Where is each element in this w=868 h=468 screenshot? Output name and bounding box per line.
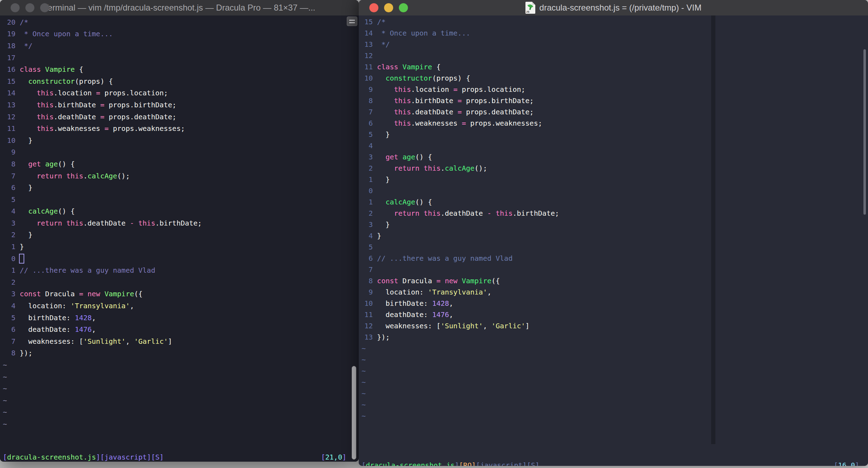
token-fg: .weaknesses bbox=[53, 124, 104, 133]
line-number: 6 bbox=[7, 183, 15, 192]
tilde-line: ~ bbox=[0, 359, 359, 371]
token-fg bbox=[377, 119, 394, 127]
line-number: 6 bbox=[364, 254, 373, 263]
line-number: 3 bbox=[364, 220, 373, 229]
token-fg bbox=[20, 101, 37, 109]
token-pink: this bbox=[37, 124, 53, 133]
tilde-line: ~ bbox=[359, 365, 868, 377]
token-cyan: 16,0 bbox=[838, 461, 855, 466]
macvim-titlebar[interactable]: JS dracula-screenshot.js = (/private/tmp… bbox=[359, 0, 868, 16]
token-fg: .weaknesses bbox=[411, 119, 462, 127]
token-fg bbox=[377, 209, 394, 217]
code-line: 3 return this.deathDate - this.birthDate… bbox=[0, 217, 359, 229]
code-line: 3 get age() { bbox=[359, 151, 868, 163]
split-pane-button[interactable] bbox=[347, 17, 357, 26]
minimize-button[interactable] bbox=[25, 3, 34, 12]
line-number: 15 bbox=[7, 77, 15, 86]
line-number: 1 bbox=[364, 175, 373, 184]
token-pink: - bbox=[487, 209, 491, 217]
token-pink: = bbox=[100, 101, 104, 109]
token-pink: return this bbox=[394, 164, 440, 172]
token-fg: ] bbox=[525, 322, 530, 330]
token-pink: const bbox=[377, 277, 402, 285]
line-number: 10 bbox=[364, 74, 373, 82]
token-pink: class bbox=[377, 63, 402, 71]
line-number: 4 bbox=[364, 141, 373, 150]
close-button[interactable] bbox=[369, 3, 378, 12]
token-pink: return this bbox=[37, 172, 83, 180]
token-purple: 1428 bbox=[432, 299, 449, 308]
terminal-titlebar[interactable]: Terminal — vim /tmp/dracula-screenshot.j… bbox=[0, 0, 359, 16]
statusline-ruler: [16,0] bbox=[834, 461, 859, 466]
line-number: 12 bbox=[364, 322, 373, 330]
token-orange: [RO] bbox=[459, 461, 476, 466]
code-line: 9 bbox=[0, 146, 359, 158]
code-line: 15 constructor(props) { bbox=[0, 75, 359, 87]
line-number: 1 bbox=[7, 242, 15, 251]
token-fg: .deathDate bbox=[53, 113, 100, 121]
token-green: calcAge bbox=[385, 198, 415, 206]
token-com: * Once upon a time... bbox=[377, 29, 470, 37]
token-fg: (props) { bbox=[432, 74, 470, 82]
macvim-scrollbar-thumb[interactable] bbox=[863, 49, 866, 215]
tilde-line: ~ bbox=[359, 399, 868, 410]
tilde-line: ~ bbox=[0, 394, 359, 406]
token-fg: props.deathDate; bbox=[462, 108, 534, 116]
token-pink: this bbox=[394, 85, 411, 94]
line-number: 5 bbox=[7, 314, 15, 322]
code-line: 8}); bbox=[0, 347, 359, 359]
line-number: 12 bbox=[364, 51, 373, 60]
token-fg: .deathDate bbox=[441, 209, 487, 217]
token-fg bbox=[20, 207, 28, 215]
token-fg: ({ bbox=[491, 277, 500, 285]
token-pink: = bbox=[462, 119, 466, 127]
token-green: Vampire bbox=[45, 65, 75, 74]
token-fg: }); bbox=[377, 333, 390, 341]
code-line: 5 birthDate: 1428, bbox=[0, 312, 359, 324]
code-line: 17 bbox=[0, 52, 359, 64]
code-line: 4 location: 'Transylvania', bbox=[0, 300, 359, 312]
token-pink: class bbox=[20, 65, 45, 74]
line-number: 11 bbox=[7, 124, 15, 133]
token-yellow: 'Transylvania' bbox=[71, 302, 130, 310]
statusline-ruler: [21,0] bbox=[321, 453, 346, 461]
token-pink: this bbox=[394, 108, 411, 116]
terminal-scrollbar-thumb[interactable] bbox=[352, 366, 356, 460]
minimize-button[interactable] bbox=[384, 3, 393, 12]
macvim-buffer[interactable]: 15/*14 * Once upon a time...13 */1211cla… bbox=[359, 15, 868, 466]
code-line: 14 * Once upon a time... bbox=[359, 27, 868, 39]
line-number: 10 bbox=[364, 299, 373, 308]
token-fg bbox=[20, 219, 37, 227]
code-line: 12 bbox=[359, 50, 868, 61]
token-purple: [ bbox=[3, 453, 7, 461]
code-line: 8 this.birthDate = props.birthDate; bbox=[359, 95, 868, 106]
token-fg: , bbox=[130, 302, 134, 310]
line-number: 7 bbox=[364, 265, 373, 274]
line-number: 3 bbox=[364, 153, 373, 161]
token-com: * Once upon a time... bbox=[20, 30, 113, 38]
token-pink: = bbox=[96, 89, 100, 97]
terminal-vim-buffer[interactable]: 20/*19 * Once upon a time...18 */1716cla… bbox=[0, 15, 359, 462]
token-fg: weaknesses: [ bbox=[20, 337, 83, 346]
close-button[interactable] bbox=[11, 3, 20, 12]
code-line: 2 } bbox=[0, 229, 359, 241]
line-number: 3 bbox=[7, 290, 15, 298]
token-yellow: 'Garlic' bbox=[134, 337, 168, 346]
token-fg: () { bbox=[415, 198, 432, 206]
token-fg: props.birthDate; bbox=[104, 101, 177, 109]
zoom-button[interactable] bbox=[40, 3, 49, 12]
token-fg: ({ bbox=[134, 290, 142, 298]
code-line: 13 this.birthDate = props.birthDate; bbox=[0, 99, 359, 111]
code-line: 3 } bbox=[359, 219, 868, 230]
token-purple: 1476 bbox=[75, 325, 92, 334]
tilde-line: ~ bbox=[359, 410, 868, 422]
token-fg: } bbox=[377, 130, 390, 139]
code-line: 11class Vampire { bbox=[359, 61, 868, 72]
token-fg bbox=[20, 89, 37, 97]
token-fg: } bbox=[20, 230, 32, 239]
zoom-button[interactable] bbox=[399, 3, 408, 12]
terminal-window-title: Terminal — vim /tmp/dracula-screenshot.j… bbox=[44, 3, 315, 13]
code-line: 2 return this.deathDate - this.birthDate… bbox=[359, 208, 868, 219]
token-purple: [ bbox=[321, 453, 325, 461]
line-number: 7 bbox=[7, 172, 15, 180]
